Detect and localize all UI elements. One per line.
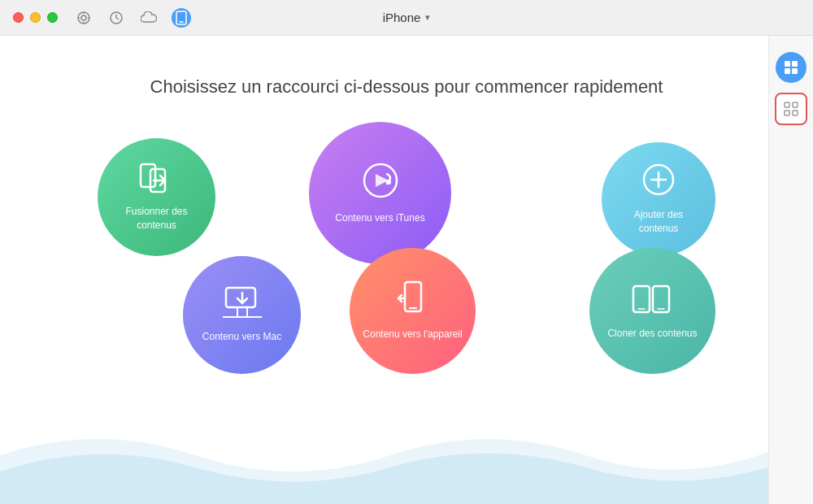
close-button[interactable] xyxy=(13,12,24,23)
maximize-button[interactable] xyxy=(47,12,58,23)
title-chevron: ▾ xyxy=(425,12,430,23)
svg-rect-31 xyxy=(792,61,798,67)
itunes-icon xyxy=(359,161,402,206)
titlebar: iPhone ▾ xyxy=(0,0,813,36)
svg-point-0 xyxy=(78,12,89,24)
appareil-icon xyxy=(395,280,431,323)
svg-rect-33 xyxy=(792,68,798,74)
cloud-icon[interactable] xyxy=(139,8,159,28)
right-panel-top-button[interactable] xyxy=(776,52,806,83)
clock-icon[interactable] xyxy=(107,8,126,28)
ajouter-label: Ajouter descontenus xyxy=(634,208,684,236)
svg-rect-30 xyxy=(785,61,790,67)
mac-icon xyxy=(223,286,262,325)
ajouter-icon xyxy=(641,163,676,203)
appareil-button[interactable]: Contenu vers l'appareil xyxy=(350,248,476,374)
svg-rect-37 xyxy=(793,111,798,115)
right-panel-grid-button[interactable] xyxy=(775,93,807,125)
cloner-icon xyxy=(632,281,674,322)
fusionner-label: Fusionner descontenus xyxy=(125,205,187,232)
main-content: Choisissez un raccourci ci-dessous pour … xyxy=(0,36,813,504)
svg-rect-35 xyxy=(793,102,798,107)
shortcuts-area: Fusionner descontenus Contenu vers iTune… xyxy=(57,114,756,423)
minimize-button[interactable] xyxy=(30,12,41,23)
ajouter-button[interactable]: Ajouter descontenus xyxy=(602,142,715,256)
page-title: Choisissez un raccourci ci-dessous pour … xyxy=(150,76,663,98)
fusionner-button[interactable]: Fusionner descontenus xyxy=(98,138,215,256)
itunes-label: Contenu vers iTunes xyxy=(335,211,424,225)
tune-icon[interactable] xyxy=(74,8,93,28)
titlebar-title-area[interactable]: iPhone ▾ xyxy=(383,11,431,24)
svg-rect-19 xyxy=(226,288,255,307)
svg-rect-26 xyxy=(633,286,650,312)
traffic-lights xyxy=(13,12,58,23)
mac-label: Contenu vers Mac xyxy=(202,330,281,344)
right-panel xyxy=(768,36,813,504)
cloner-label: Cloner des contenus xyxy=(607,327,697,341)
appareil-label: Contenu vers l'appareil xyxy=(363,328,462,341)
device-title: iPhone xyxy=(383,11,421,24)
svg-rect-36 xyxy=(785,111,789,115)
svg-point-15 xyxy=(386,180,391,185)
fusionner-icon xyxy=(139,163,175,200)
mac-button[interactable]: Contenu vers Mac xyxy=(183,256,301,374)
svg-rect-28 xyxy=(653,286,669,312)
toolbar-icons xyxy=(74,8,191,28)
svg-rect-32 xyxy=(785,68,790,74)
svg-point-1 xyxy=(81,15,86,20)
svg-rect-23 xyxy=(405,282,421,311)
cloner-button[interactable]: Cloner des contenus xyxy=(589,248,715,374)
phone-icon[interactable] xyxy=(172,8,191,28)
svg-rect-11 xyxy=(141,164,155,187)
svg-line-8 xyxy=(116,18,119,20)
itunes-button[interactable]: Contenu vers iTunes xyxy=(309,122,451,264)
svg-rect-34 xyxy=(785,102,789,107)
